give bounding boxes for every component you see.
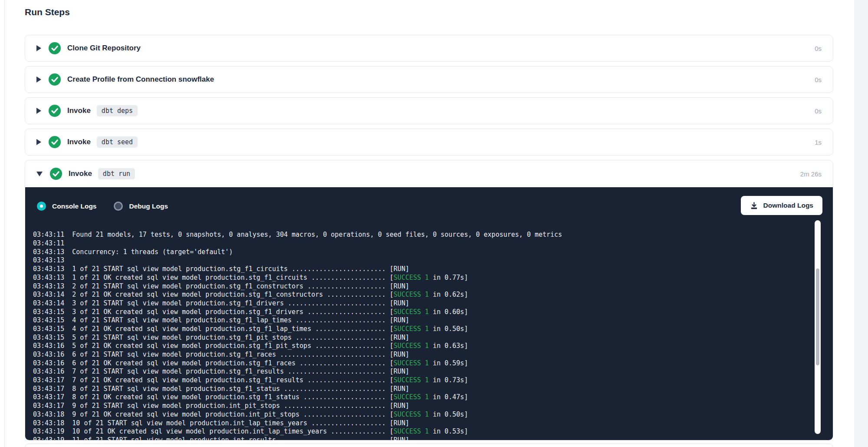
console-logs-radio-option[interactable]: Console Logs bbox=[37, 202, 96, 211]
step-label: Invoke bbox=[67, 106, 91, 115]
page-scrollbar-track[interactable] bbox=[854, 0, 868, 447]
console-log-panel: Console Logs Debug Logs bbox=[25, 187, 833, 440]
check-circle-icon bbox=[49, 42, 61, 54]
log-line: 03:43:14 2 of 21 OK created sql view mod… bbox=[33, 291, 813, 299]
step-card-dbt-seed[interactable]: Invoke dbt seed 1s bbox=[25, 129, 833, 156]
log-line: 03:43:19 10 of 21 OK created sql view mo… bbox=[33, 427, 813, 436]
download-logs-label: Download Logs bbox=[763, 202, 813, 209]
log-tabs: Console Logs Debug Logs bbox=[37, 202, 168, 211]
debug-logs-radio-option[interactable]: Debug Logs bbox=[114, 202, 168, 211]
radio-unselected-icon[interactable] bbox=[114, 202, 123, 211]
step-label: Create Profile from Connection snowflake bbox=[67, 75, 214, 84]
download-icon bbox=[750, 202, 758, 210]
step-label: Invoke bbox=[67, 138, 91, 146]
step-label: Clone Git Repository bbox=[67, 44, 141, 53]
success-status: SUCCESS 1 bbox=[394, 342, 429, 350]
command-badge: dbt deps bbox=[97, 105, 138, 116]
step-card-create-profile[interactable]: Create Profile from Connection snowflake… bbox=[25, 66, 833, 93]
left-divider bbox=[4, 0, 5, 447]
command-badge: dbt run bbox=[98, 168, 135, 179]
step-header-dbt-run[interactable]: Invoke dbt run 2m 26s bbox=[25, 160, 833, 187]
log-line: 03:43:16 6 of 21 START sql view model pr… bbox=[33, 351, 813, 359]
check-circle-icon bbox=[49, 105, 61, 117]
log-line: 03:43:15 5 of 21 START sql view model pr… bbox=[33, 334, 813, 342]
log-line: 03:43:14 3 of 21 START sql view model pr… bbox=[33, 299, 813, 308]
success-status: SUCCESS 1 bbox=[394, 427, 429, 435]
log-line: 03:43:13 bbox=[33, 256, 813, 265]
step-duration: 0s bbox=[815, 45, 822, 52]
success-status: SUCCESS 1 bbox=[394, 325, 429, 333]
success-status: SUCCESS 1 bbox=[394, 376, 429, 384]
log-scrollbar-thumb[interactable] bbox=[816, 268, 819, 365]
log-line: 03:43:15 3 of 21 OK created sql view mod… bbox=[33, 308, 813, 317]
console-logs-label: Console Logs bbox=[52, 202, 96, 210]
log-line: 03:43:11 bbox=[33, 239, 813, 248]
success-status: SUCCESS 1 bbox=[394, 274, 429, 281]
log-line: 03:43:13 1 of 21 OK created sql view mod… bbox=[33, 274, 813, 282]
check-circle-icon bbox=[50, 168, 62, 180]
log-line: 03:43:16 5 of 21 OK created sql view mod… bbox=[33, 342, 813, 351]
log-line: 03:43:16 7 of 21 START sql view model pr… bbox=[33, 368, 813, 376]
success-status: SUCCESS 1 bbox=[394, 308, 429, 316]
command-badge: dbt seed bbox=[97, 136, 138, 148]
check-circle-icon bbox=[49, 73, 61, 86]
step-card-dbt-deps[interactable]: Invoke dbt deps 0s bbox=[25, 97, 833, 124]
step-label: Invoke bbox=[69, 169, 92, 178]
log-line: 03:43:13 1 of 21 START sql view model pr… bbox=[33, 265, 813, 274]
step-card-dbt-run: Invoke dbt run 2m 26s Console Logs Debug… bbox=[25, 160, 833, 440]
caret-right-icon[interactable] bbox=[36, 108, 41, 114]
log-line: 03:43:15 4 of 21 OK created sql view mod… bbox=[33, 325, 813, 334]
success-status: SUCCESS 1 bbox=[394, 411, 429, 418]
success-status: SUCCESS 1 bbox=[394, 393, 429, 401]
log-line: 03:43:17 8 of 21 OK created sql view mod… bbox=[33, 393, 813, 402]
step-duration: 0s bbox=[815, 107, 822, 115]
run-steps-page: Run Steps Clone Git Repository 0s Create… bbox=[0, 0, 868, 447]
step-duration: 0s bbox=[815, 76, 822, 83]
log-line: 03:43:18 10 of 21 START sql view model p… bbox=[33, 419, 813, 428]
log-line: 03:43:13 2 of 21 START sql view model pr… bbox=[33, 282, 813, 291]
log-line: 03:43:15 4 of 21 START sql view model pr… bbox=[33, 316, 813, 325]
log-line: 03:43:17 8 of 21 START sql view model pr… bbox=[33, 385, 813, 394]
check-circle-icon bbox=[49, 136, 61, 148]
log-line: 03:43:18 9 of 21 OK created sql view mod… bbox=[33, 411, 813, 419]
step-duration: 2m 26s bbox=[800, 170, 822, 178]
log-view[interactable]: 03:43:11 Found 21 models, 17 tests, 0 sn… bbox=[33, 218, 813, 440]
caret-right-icon[interactable] bbox=[36, 45, 41, 51]
step-duration: 1s bbox=[815, 139, 822, 146]
caret-right-icon[interactable] bbox=[36, 139, 41, 145]
success-status: SUCCESS 1 bbox=[394, 359, 429, 367]
log-line: 03:43:16 6 of 21 OK created sql view mod… bbox=[33, 359, 813, 368]
step-card-clone-git[interactable]: Clone Git Repository 0s bbox=[25, 35, 833, 62]
success-status: SUCCESS 1 bbox=[394, 291, 429, 298]
log-scrollbar-track[interactable] bbox=[815, 220, 821, 434]
caret-right-icon[interactable] bbox=[36, 76, 41, 83]
log-line: 03:43:19 11 of 21 START sql view model p… bbox=[33, 436, 813, 440]
page-title: Run Steps bbox=[25, 7, 70, 17]
log-line: 03:43:11 Found 21 models, 17 tests, 0 sn… bbox=[33, 231, 813, 239]
log-line: 03:43:17 9 of 21 START sql view model pr… bbox=[33, 402, 813, 411]
debug-logs-label: Debug Logs bbox=[129, 202, 168, 210]
log-lines: 03:43:11 Found 21 models, 17 tests, 0 sn… bbox=[33, 231, 813, 440]
run-steps-list: Clone Git Repository 0s Create Profile f… bbox=[25, 35, 833, 447]
download-logs-button[interactable]: Download Logs bbox=[741, 196, 822, 215]
log-line: 03:43:13 Concurrency: 1 threads (target=… bbox=[33, 248, 813, 257]
radio-selected-icon[interactable] bbox=[37, 202, 46, 211]
log-line: 03:43:17 7 of 21 OK created sql view mod… bbox=[33, 376, 813, 385]
next-step-card-partial[interactable] bbox=[25, 444, 833, 447]
caret-down-icon[interactable] bbox=[36, 172, 43, 176]
